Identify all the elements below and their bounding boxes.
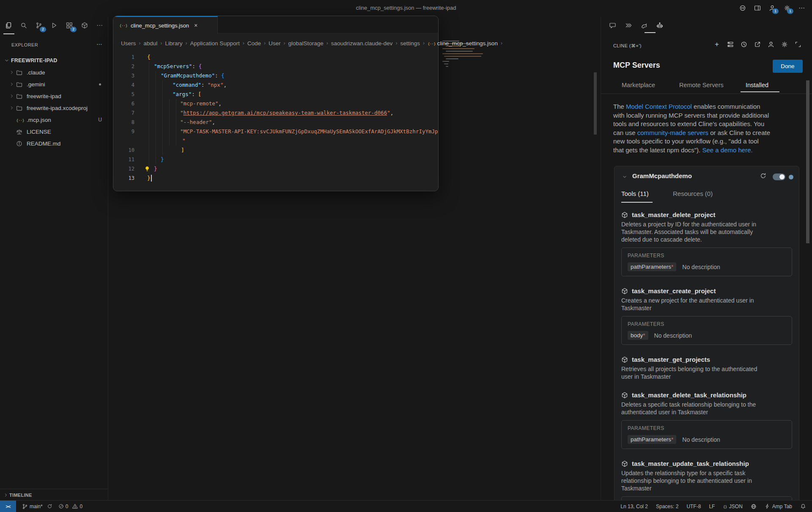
code-line-2[interactable]: 2"mcpServers": { — [113, 62, 438, 71]
tab-tools[interactable]: Tools (11) — [621, 190, 649, 197]
parameters-box: PARAMETERSpathParameters*No description — [621, 420, 792, 449]
expand-icon[interactable] — [794, 41, 802, 48]
settings-gear-icon[interactable]: 1 — [783, 4, 791, 12]
tree-item-freewrite-ipad[interactable]: freewrite-ipad — [0, 90, 108, 102]
chevron-down-icon — [4, 58, 11, 63]
breadcrumb-segment[interactable]: abdul — [143, 40, 157, 47]
code-line-3[interactable]: 3"GramMcpauthdemo": { — [113, 71, 438, 80]
account-icon[interactable]: 1 — [768, 4, 776, 12]
account-icon[interactable] — [767, 41, 775, 48]
done-button[interactable]: Done — [773, 60, 803, 73]
status-amp-tab[interactable]: Amp Tab — [765, 504, 792, 509]
secondary-bar — [608, 20, 665, 30]
code-line-8[interactable]: 8"--header", — [113, 118, 438, 127]
breadcrumb-segment[interactable]: Users — [121, 40, 136, 47]
badge: 1 — [787, 8, 793, 14]
tool-item: task_master_delete_projectDeletes a proj… — [621, 211, 792, 276]
tool-name: task_master_create_project — [632, 287, 716, 295]
code-line-11[interactable]: 11} — [113, 155, 438, 164]
kangaroo-icon[interactable] — [639, 20, 649, 30]
code-line-9[interactable]: 9"MCP-TASK-MASTER-API-KEY:svCJUkmFUNZjGp… — [113, 127, 438, 136]
folder-icon — [16, 105, 24, 111]
breadcrumb-segment[interactable]: Library — [165, 40, 182, 47]
activity-explorer-icon[interactable] — [3, 20, 14, 30]
activity-remote-icon[interactable] — [80, 20, 90, 30]
code-line-5[interactable]: 5"args": [ — [113, 90, 438, 99]
activity-run-debug-icon[interactable] — [49, 20, 59, 30]
status-globe-icon[interactable] — [751, 504, 757, 509]
status-utf-8[interactable]: UTF-8 — [686, 504, 701, 509]
lightbulb-icon[interactable] — [144, 166, 150, 172]
activity-source-control-icon[interactable]: 2 — [34, 20, 44, 30]
send-icon[interactable] — [623, 20, 634, 30]
breadcrumb-segment[interactable]: saoudrizwan.claude-dev — [331, 40, 393, 47]
chevron-down-icon[interactable] — [622, 174, 627, 179]
settings-gear-icon[interactable] — [781, 41, 788, 48]
code-line-7[interactable]: 7"https://app.getgram.ai/mcp/speakeasy-t… — [113, 108, 438, 118]
breadcrumb-segment[interactable]: Application Support — [190, 40, 240, 47]
breadcrumb[interactable]: Users›abdul›Library›Application Support›… — [121, 39, 600, 47]
status-lf[interactable]: LF — [709, 504, 715, 509]
code-line-1[interactable]: 1{ — [113, 52, 438, 62]
code-line-13[interactable]: 13} — [113, 173, 438, 183]
server-enabled-toggle[interactable] — [773, 173, 785, 180]
sync-icon[interactable] — [47, 504, 52, 509]
restart-server-icon[interactable] — [760, 173, 766, 179]
tree-item-LICENSE[interactable]: LICENSE — [0, 126, 108, 138]
git-branch-item[interactable]: main* — [22, 504, 52, 509]
code-text: "command": "npx", — [173, 80, 227, 90]
chat-icon[interactable] — [608, 20, 618, 30]
tree-item-README.md[interactable]: README.md — [0, 138, 108, 149]
mcp-tab-remote-servers[interactable]: Remote Servers — [679, 82, 724, 88]
new-task-icon[interactable]: + — [713, 41, 721, 48]
status-spaces-2[interactable]: Spaces: 2 — [656, 504, 678, 509]
tab-cline-mcp-settings[interactable]: {··} cline_mcp_settings.json × — [113, 16, 218, 34]
tree-item-.gemini[interactable]: .gemini — [0, 78, 108, 90]
timeline-section[interactable]: TIMELINE — [0, 489, 108, 501]
breadcrumb-segment[interactable]: globalStorage — [288, 40, 323, 47]
tree-item-.mcp.json[interactable]: {··}.mcp.jsonU — [0, 114, 108, 126]
editor-scrollbar[interactable] — [594, 72, 597, 135]
close-icon[interactable]: × — [194, 22, 198, 29]
code-line-wrap[interactable]: " — [113, 136, 438, 146]
link[interactable]: See a demo here. — [702, 146, 752, 154]
sidebar-divider[interactable] — [108, 17, 108, 501]
tree-root-folder[interactable]: FREEWRITE-IPAD — [0, 55, 108, 66]
item-label: freewrite-ipad — [27, 93, 61, 99]
tab-resources[interactable]: Resources (0) — [673, 190, 713, 197]
copilot-icon[interactable] — [738, 4, 747, 12]
status-bell-icon[interactable] — [800, 504, 806, 509]
link[interactable]: community-made servers — [637, 129, 708, 136]
explorer-more-icon[interactable]: ⋯ — [96, 41, 102, 47]
breadcrumb-segment[interactable]: Code — [247, 40, 261, 47]
tree-item-.claude[interactable]: .claude — [0, 66, 108, 78]
status-ln-13-col-2[interactable]: Ln 13, Col 2 — [620, 504, 648, 509]
mcp-servers-icon[interactable] — [727, 41, 734, 48]
activity-extensions-icon[interactable]: 2 — [64, 20, 74, 30]
breadcrumb-segment[interactable]: User — [269, 40, 281, 47]
link[interactable]: Model Context Protocol — [626, 103, 692, 110]
server-card-header[interactable]: GramMcpauthdemo — [614, 166, 799, 187]
history-icon[interactable] — [740, 41, 748, 48]
layout-icon[interactable] — [753, 4, 762, 12]
tree-item-freewrite-ipad.xcodeproj[interactable]: freewrite-ipad.xcodeproj — [0, 102, 108, 114]
more-icon[interactable]: ⋯ — [798, 4, 806, 12]
panel-scrollbar[interactable] — [806, 80, 809, 243]
remote-indicator[interactable]: >< — [0, 501, 16, 512]
breadcrumb-segment[interactable]: settings — [400, 40, 420, 47]
problems-item[interactable]: 0 0 — [58, 504, 82, 509]
status-json[interactable]: {}JSON — [723, 504, 742, 509]
robot-icon[interactable] — [655, 20, 665, 30]
badge: 2 — [70, 27, 77, 32]
mcp-tab-marketplace[interactable]: Marketplace — [622, 82, 655, 88]
activity-more-icon[interactable]: ⋯ — [95, 20, 105, 30]
code-line-6[interactable]: 6"mcp-remote", — [113, 99, 438, 108]
code-line-4[interactable]: 4"command": "npx", — [113, 80, 438, 90]
activity-search-icon[interactable] — [19, 20, 29, 30]
globe-icon — [751, 504, 757, 509]
mcp-tab-installed[interactable]: Installed — [746, 82, 768, 88]
code-line-10[interactable]: 10] — [113, 146, 438, 155]
breadcrumb-segment[interactable]: {··} cline_mcp_settings.json — [428, 40, 498, 47]
code-line-12[interactable]: 12} — [113, 164, 438, 173]
open-in-editor-icon[interactable] — [754, 41, 761, 48]
